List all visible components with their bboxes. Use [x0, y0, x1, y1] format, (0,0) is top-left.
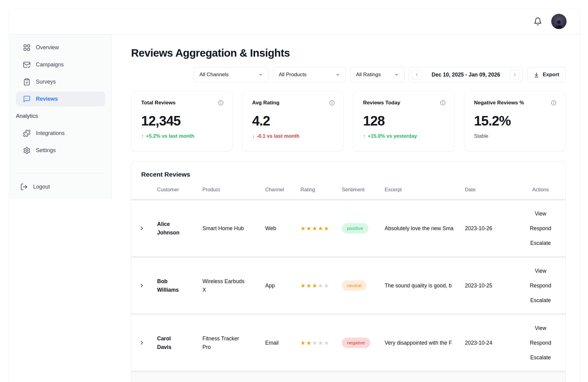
chevron-down-icon: [336, 73, 340, 77]
trend-up-icon: ↑: [363, 133, 366, 139]
table-header: Customer Product Channel Rating Sentimen…: [131, 180, 565, 199]
kpi-value: 128: [363, 113, 446, 129]
main-content: Reviews Aggregation & Insights All Chann…: [111, 35, 579, 382]
respond-action[interactable]: Respond: [530, 283, 551, 289]
col-date: Date: [465, 187, 523, 193]
filters-bar: All Channels All Products All Ratings De…: [131, 67, 566, 82]
cell-actions: View Respond Escalate: [523, 211, 558, 246]
sentiment-badge: negative: [342, 338, 370, 348]
info-icon[interactable]: [218, 100, 224, 106]
channels-select[interactable]: All Channels: [194, 67, 269, 82]
table-row: Alice Johnson Smart Home Hub Web ★★★★★ p…: [131, 200, 565, 256]
logout-label: Logout: [33, 184, 50, 190]
channels-select-value: All Channels: [199, 72, 228, 78]
view-action[interactable]: View: [535, 325, 546, 331]
date-range-value: Dec 10, 2025 - Jan 09, 2026: [432, 72, 500, 78]
row-expand-icon[interactable]: [139, 340, 145, 346]
rating-stars: ★★★★★: [300, 282, 342, 289]
escalate-action[interactable]: Escalate: [530, 297, 551, 304]
info-icon[interactable]: [551, 100, 557, 106]
table-row: Carol Davis Fitness Tracker Pro Email ★★…: [131, 315, 565, 371]
date-next-button[interactable]: [510, 69, 520, 80]
escalate-action[interactable]: Escalate: [530, 354, 551, 361]
date-prev-button[interactable]: [412, 69, 422, 80]
info-icon[interactable]: [329, 100, 335, 106]
cell-customer: Alice Johnson: [157, 220, 182, 237]
sidebar-item-label: Reviews: [36, 96, 58, 102]
row-expand-icon[interactable]: [139, 283, 145, 289]
sidebar-section-analytics: Analytics: [16, 109, 105, 123]
sidebar-item-label: Campaigns: [36, 62, 64, 68]
clipboard-check-icon: [23, 78, 31, 86]
cell-customer: Carol Davis: [157, 334, 182, 351]
table-title: Recent Reviews: [131, 162, 565, 180]
sidebar-item-settings[interactable]: Settings: [16, 143, 105, 158]
topbar: [9, 9, 579, 35]
sidebar-item-overview[interactable]: Overview: [16, 40, 105, 55]
export-button[interactable]: Export: [527, 67, 566, 82]
rating-stars: ★★★★★: [300, 339, 342, 346]
rating-stars: ★★★★★: [300, 225, 342, 232]
sidebar-item-campaigns[interactable]: Campaigns: [16, 57, 105, 72]
view-action[interactable]: View: [535, 268, 546, 274]
user-avatar[interactable]: [551, 14, 567, 29]
cell-date: 2023-10-25: [465, 283, 523, 289]
sidebar-item-label: Overview: [36, 44, 59, 51]
sidebar-item-integrations[interactable]: Integrations: [16, 126, 105, 140]
app-window: Overview Campaigns Surveys Reviews Analy…: [9, 9, 579, 382]
kpi-delta: ↑ +5.2% vs last month: [141, 133, 224, 139]
respond-action[interactable]: Respond: [530, 225, 551, 232]
cell-channel: App: [265, 283, 300, 289]
col-channel: Channel: [265, 187, 300, 193]
ratings-select[interactable]: All Ratings: [350, 67, 405, 82]
mail-check-icon: [23, 61, 31, 69]
cell-product: Smart Home Hub: [202, 224, 245, 233]
col-product: Product: [202, 187, 265, 193]
kpi-card-avg-rating: Avg Rating 4.2 ↓ -0.1 vs last month: [242, 91, 344, 152]
kpi-label: Total Reviews: [141, 100, 175, 106]
kpi-value: 15.2%: [474, 113, 557, 129]
cell-product: Fitness Tracker Pro: [202, 334, 245, 351]
respond-action[interactable]: Respond: [530, 340, 551, 346]
sidebar-item-surveys[interactable]: Surveys: [16, 74, 105, 89]
sidebar-item-label: Settings: [36, 147, 56, 154]
view-action[interactable]: View: [535, 211, 546, 217]
export-label: Export: [543, 72, 559, 78]
kpi-card-reviews-today: Reviews Today 128 ↑ +15.0% vs yesterday: [353, 91, 455, 152]
sidebar: Overview Campaigns Surveys Reviews Analy…: [9, 35, 111, 382]
kpi-label: Negative Reviews %: [474, 100, 524, 106]
kpi-card-total-reviews: Total Reviews 12,345 ↑ +5.2% vs last mon…: [131, 91, 233, 152]
kpi-cards: Total Reviews 12,345 ↑ +5.2% vs last mon…: [131, 91, 566, 152]
col-actions: Actions: [523, 187, 558, 193]
chevron-right-icon: [513, 73, 517, 77]
date-range-picker: Dec 10, 2025 - Jan 09, 2026: [409, 67, 523, 82]
grid-icon: [23, 44, 31, 51]
puzzle-icon: [23, 129, 31, 137]
escalate-action[interactable]: Escalate: [530, 240, 551, 246]
chat-bubble-icon: [23, 95, 31, 103]
cell-channel: Web: [265, 225, 300, 232]
cell-product: Wireless Earbuds X: [202, 277, 245, 294]
trend-up-icon: ↑: [141, 133, 144, 139]
cell-excerpt: The sound quality is good, b: [385, 283, 465, 289]
table-footer: [131, 372, 565, 382]
cell-customer: Bob Williams: [157, 277, 182, 294]
row-expand-icon[interactable]: [139, 225, 145, 231]
col-customer: Customer: [157, 187, 202, 193]
cell-actions: View Respond Escalate: [523, 268, 558, 304]
logout-icon: [20, 183, 28, 191]
chevron-down-icon: [258, 73, 263, 77]
products-select[interactable]: All Products: [273, 67, 346, 82]
kpi-delta: Stable: [474, 133, 557, 139]
kpi-delta: ↑ +15.0% vs yesterday: [363, 133, 446, 139]
kpi-delta: ↓ -0.1 vs last month: [252, 133, 335, 139]
cell-date: 2023-10-26: [465, 225, 523, 232]
table-row: Bob Williams Wireless Earbuds X App ★★★★…: [131, 258, 565, 313]
sidebar-item-reviews[interactable]: Reviews: [16, 92, 105, 106]
cell-date: 2023-10-24: [465, 340, 523, 346]
kpi-value: 12,345: [141, 113, 224, 129]
notifications-bell-icon[interactable]: [533, 17, 542, 26]
logout-button[interactable]: Logout: [16, 179, 105, 194]
recent-reviews-card: Recent Reviews Customer Product Channel …: [131, 161, 566, 382]
info-icon[interactable]: [440, 100, 446, 106]
